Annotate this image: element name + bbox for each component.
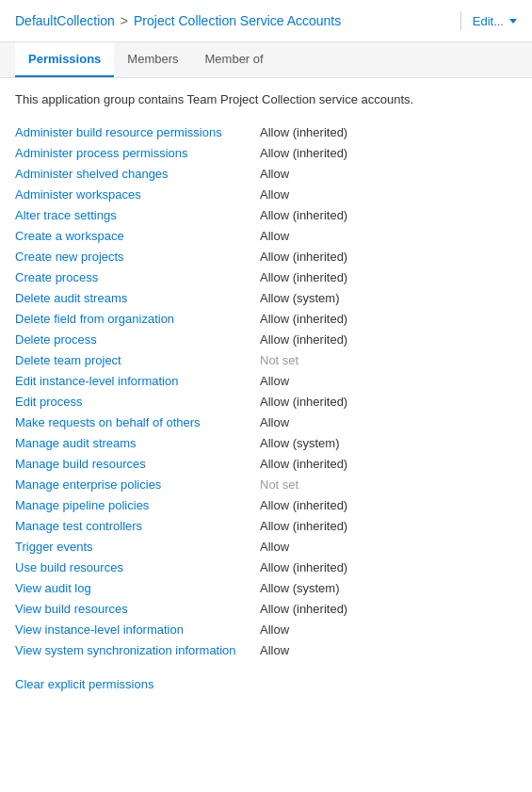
table-row: Administer workspacesAllow [15,184,517,204]
table-row: View build resourcesAllow (inherited) [15,598,517,619]
permission-value: Allow (system) [260,436,517,450]
tab-members[interactable]: Members [114,42,191,77]
permission-value: Allow (inherited) [260,125,517,139]
permission-name[interactable]: Administer shelved changes [15,167,260,181]
permission-name[interactable]: Delete team project [15,353,260,367]
permission-value: Allow (inherited) [260,560,517,574]
group-description: This application group contains Team Pro… [15,91,517,108]
permission-value: Allow (inherited) [260,208,517,222]
table-row: Trigger eventsAllow [15,536,517,557]
tab-bar: Permissions Members Member of [0,42,532,78]
permission-name[interactable]: Administer build resource permissions [15,125,260,139]
permission-value: Allow (inherited) [260,519,517,533]
permission-name[interactable]: Delete field from organization [15,312,260,326]
header-divider [460,11,461,30]
table-row: Edit processAllow (inherited) [15,391,517,412]
permission-value: Allow [260,415,517,429]
permissions-table: Administer build resource permissionsAll… [15,121,517,660]
permission-value: Allow (inherited) [260,146,517,160]
tab-permissions[interactable]: Permissions [15,42,114,77]
permission-name[interactable]: Administer workspaces [15,187,260,202]
permission-name[interactable]: Make requests on behalf of others [15,415,260,429]
table-row: Delete team projectNot set [15,349,517,370]
permission-name[interactable]: View instance-level information [15,622,260,637]
breadcrumb-current: Project Collection Service Accounts [134,13,341,28]
table-row: Create a workspaceAllow [15,225,517,246]
table-row: Delete field from organizationAllow (inh… [15,308,517,329]
breadcrumb: DefaultCollection > Project Collection S… [15,13,449,28]
table-row: Manage audit streamsAllow (system) [15,432,517,453]
permission-name[interactable]: Manage test controllers [15,519,260,533]
table-row: Create new projectsAllow (inherited) [15,246,517,267]
breadcrumb-separator: > [121,13,128,28]
permission-value: Allow [260,374,517,388]
content-area: This application group contains Team Pro… [0,78,532,704]
table-row: Manage test controllersAllow (inherited) [15,515,517,536]
permission-name[interactable]: Use build resources [15,560,260,574]
table-row: Manage enterprise policiesNot set [15,474,517,494]
permission-value: Allow [260,540,517,554]
page-header: DefaultCollection > Project Collection S… [0,0,532,42]
table-row: View instance-level informationAllow [15,619,517,639]
permission-name[interactable]: View build resources [15,602,260,616]
permission-name[interactable]: View system synchronization information [15,643,260,657]
permission-name[interactable]: Edit process [15,395,260,409]
permission-name[interactable]: Create a workspace [15,229,260,243]
permission-name[interactable]: Create new projects [15,250,260,264]
permission-value: Allow (inherited) [260,498,517,512]
table-row: View audit logAllow (system) [15,577,517,598]
permission-name[interactable]: Delete audit streams [15,291,260,305]
table-row: Delete audit streamsAllow (system) [15,287,517,308]
permission-value: Not set [260,477,517,492]
permission-value: Allow (inherited) [260,602,517,616]
permission-name[interactable]: Administer process permissions [15,146,260,160]
permission-value: Allow [260,643,517,657]
permission-name[interactable]: Create process [15,270,260,284]
breadcrumb-parent[interactable]: DefaultCollection [15,13,115,28]
table-row: Administer build resource permissionsAll… [15,121,517,142]
permission-name[interactable]: Manage audit streams [15,436,260,450]
table-row: Manage build resourcesAllow (inherited) [15,453,517,474]
clear-permissions-link[interactable]: Clear explicit permissions [15,677,153,691]
tab-member-of[interactable]: Member of [192,42,277,77]
permission-value: Allow (inherited) [260,457,517,471]
table-row: Alter trace settingsAllow (inherited) [15,204,517,225]
table-row: Make requests on behalf of othersAllow [15,412,517,432]
permission-value: Allow [260,229,517,243]
table-row: Manage pipeline policiesAllow (inherited… [15,494,517,515]
permission-name[interactable]: View audit log [15,581,260,595]
permission-name[interactable]: Manage pipeline policies [15,498,260,512]
permission-value: Allow (inherited) [260,395,517,409]
permission-value: Allow (inherited) [260,332,517,347]
permission-value: Allow (inherited) [260,312,517,326]
table-row: Edit instance-level informationAllow [15,370,517,391]
permission-value: Not set [260,353,517,367]
permission-value: Allow [260,622,517,637]
edit-button[interactable]: Edit... [473,14,517,28]
permission-value: Allow (inherited) [260,270,517,284]
permission-name[interactable]: Alter trace settings [15,208,260,222]
permission-value: Allow [260,187,517,202]
table-row: Administer process permissionsAllow (inh… [15,142,517,163]
table-row: Use build resourcesAllow (inherited) [15,557,517,577]
table-row: View system synchronization informationA… [15,639,517,660]
permission-value: Allow (inherited) [260,250,517,264]
permission-value: Allow (system) [260,581,517,595]
permission-name[interactable]: Manage build resources [15,457,260,471]
permission-name[interactable]: Trigger events [15,540,260,554]
table-row: Create processAllow (inherited) [15,267,517,287]
permission-value: Allow [260,167,517,181]
permission-name[interactable]: Edit instance-level information [15,374,260,388]
permission-value: Allow (system) [260,291,517,305]
permission-name[interactable]: Delete process [15,332,260,347]
chevron-down-icon [509,19,517,24]
table-row: Administer shelved changesAllow [15,163,517,184]
table-row: Delete processAllow (inherited) [15,329,517,349]
permission-name[interactable]: Manage enterprise policies [15,477,260,492]
